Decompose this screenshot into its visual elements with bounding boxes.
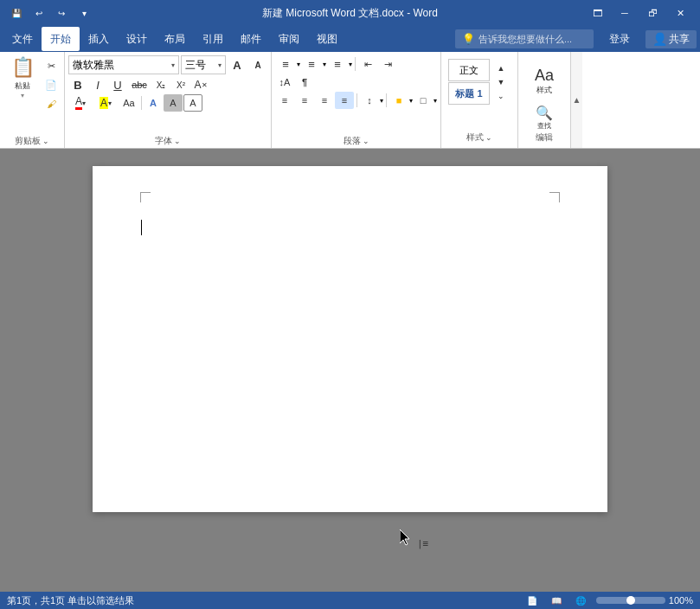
font-color-button[interactable]: A ▾ xyxy=(68,94,93,112)
shading-button[interactable]: ■ xyxy=(389,92,408,109)
minimize-btn[interactable]: ─ xyxy=(612,3,638,22)
font-grow-button[interactable]: A xyxy=(228,56,247,74)
ribbon: 📋 粘贴 ▾ ✂ 📄 🖌 剪贴板 ⌄ 微软雅黑 ▾ 三号 ▾ A A xyxy=(0,52,700,149)
borders-button[interactable]: □ xyxy=(414,92,433,109)
sort-button[interactable]: ↕A xyxy=(275,74,294,91)
clipboard-label-text: 剪贴板 xyxy=(15,135,41,147)
char-border-button[interactable]: A xyxy=(183,94,202,112)
style-normal[interactable]: 正文 xyxy=(448,59,490,81)
font-shrink-button[interactable]: A xyxy=(248,56,267,74)
justify-button[interactable]: ≡ xyxy=(335,92,354,109)
subscript-button[interactable]: X₂ xyxy=(151,76,170,93)
restore-btn[interactable]: 🗗 xyxy=(639,3,665,22)
menu-design[interactable]: 设计 xyxy=(118,27,156,51)
signin-btn[interactable]: 登录 xyxy=(600,27,639,51)
clipboard-sub-buttons: ✂ 📄 🖌 xyxy=(42,55,61,112)
styles-down-button[interactable]: ▼ xyxy=(491,76,511,88)
paragraph-section-label: 段落 ⌄ xyxy=(272,133,440,148)
menu-home[interactable]: 开始 xyxy=(42,27,80,51)
find-icon: 🔍 xyxy=(536,105,553,121)
font-color-row: A ▾ A ▾ Aa A A A xyxy=(68,94,267,112)
editing-buttons: 🔍 查找 xyxy=(532,106,556,130)
align-center-button[interactable]: ≡ xyxy=(295,92,314,109)
strikethrough-button[interactable]: abc xyxy=(128,76,151,93)
text-effect-button[interactable]: A xyxy=(144,94,163,112)
paste-icon: 📋 xyxy=(11,56,35,79)
menu-references[interactable]: 引用 xyxy=(194,27,232,51)
case-change-button[interactable]: Aa xyxy=(119,94,139,112)
save-quick-btn[interactable]: 💾 xyxy=(7,3,26,22)
cut-button[interactable]: ✂ xyxy=(42,57,61,74)
align-left-button[interactable]: ≡ xyxy=(275,92,294,109)
font-name-dropdown[interactable]: 微软雅黑 ▾ xyxy=(68,55,179,74)
web-view-btn[interactable]: 🌐 xyxy=(572,595,589,606)
share-btn[interactable]: 👤 共享 xyxy=(645,30,697,48)
styles-expand-icon[interactable]: ⌄ xyxy=(485,133,492,142)
borders-arrow[interactable]: ▾ xyxy=(433,97,437,105)
zoom-level: 100% xyxy=(669,595,693,606)
menu-file[interactable]: 文件 xyxy=(3,27,42,51)
styles-up-button[interactable]: ▲ xyxy=(491,62,511,74)
increase-indent-button[interactable]: ⇥ xyxy=(378,55,397,73)
search-icon: 💡 xyxy=(462,33,475,45)
font-color-arrow[interactable]: ▾ xyxy=(82,99,86,107)
bullets-button[interactable]: ≡ xyxy=(275,55,296,73)
undo-quick-btn[interactable]: ↩ xyxy=(29,3,48,22)
align-right-button[interactable]: ≡ xyxy=(315,92,334,109)
format-painter-button[interactable]: 🖌 xyxy=(42,95,61,112)
paste-button[interactable]: 📋 粘贴 ▾ xyxy=(3,55,42,100)
style-heading1[interactable]: 标题 1 xyxy=(448,82,490,105)
highlight-arrow[interactable]: ▾ xyxy=(108,99,112,107)
separator xyxy=(141,96,142,110)
document-page[interactable]: |≡ xyxy=(93,166,607,512)
menu-mailings[interactable]: 邮件 xyxy=(232,27,270,51)
read-view-btn[interactable]: 📖 xyxy=(548,595,565,606)
line-spacing-arrow[interactable]: ▾ xyxy=(380,97,383,105)
font-size-dropdown[interactable]: 三号 ▾ xyxy=(181,55,226,74)
styles-expand-button[interactable]: ⌄ xyxy=(491,90,511,102)
italic-button[interactable]: I xyxy=(88,76,107,93)
numbering-button[interactable]: ≡ xyxy=(301,55,322,73)
styles-big-btn[interactable]: Aa 样式 xyxy=(525,59,563,104)
zoom-handle[interactable] xyxy=(626,596,635,605)
highlight-color-button[interactable]: A ▾ xyxy=(93,94,118,112)
font-section: 微软雅黑 ▾ 三号 ▾ A A B I U abc X₂ X² A✕ A ▾ xyxy=(65,52,272,148)
page-info: 第1页，共1页 单击以筛选结果 xyxy=(7,594,134,607)
shading-arrow[interactable]: ▾ xyxy=(409,97,413,105)
styles-label-text: 样式 xyxy=(466,131,484,144)
editing-section-label: 编辑 xyxy=(525,130,563,144)
numbering-arrow[interactable]: ▾ xyxy=(323,61,326,68)
menu-insert[interactable]: 插入 xyxy=(80,27,118,51)
bullets-arrow[interactable]: ▾ xyxy=(297,61,300,68)
ribbon-display-btn[interactable]: 🗖 xyxy=(584,3,610,22)
styles-section: 正文 标题 1 ▲ ▼ ⌄ 样式 ⌄ xyxy=(441,52,518,148)
clipboard-expand-icon[interactable]: ⌄ xyxy=(42,137,49,145)
decrease-indent-button[interactable]: ⇤ xyxy=(358,55,377,73)
show-marks-button[interactable]: ¶ xyxy=(295,74,314,91)
paragraph-expand-icon[interactable]: ⌄ xyxy=(363,137,369,145)
font-color-icon: A xyxy=(75,96,82,110)
menu-view[interactable]: 视图 xyxy=(308,27,346,51)
page-corner-top-right xyxy=(549,192,560,202)
font-expand-icon[interactable]: ⌄ xyxy=(174,137,181,145)
multilevel-button[interactable]: ≡ xyxy=(327,55,348,73)
customize-quick-btn[interactable]: ▾ xyxy=(74,3,93,22)
close-btn[interactable]: ✕ xyxy=(667,3,693,22)
char-shading-button[interactable]: A xyxy=(164,94,183,112)
underline-button[interactable]: U xyxy=(108,76,127,93)
menu-layout[interactable]: 布局 xyxy=(156,27,194,51)
bold-button[interactable]: B xyxy=(68,76,87,93)
search-box[interactable]: 💡 告诉我您想要做什么... xyxy=(455,29,594,48)
copy-button[interactable]: 📄 xyxy=(42,76,61,93)
clear-format-button[interactable]: A✕ xyxy=(191,76,210,93)
line-spacing-button[interactable]: ↕ xyxy=(360,92,379,109)
multilevel-arrow[interactable]: ▾ xyxy=(349,61,352,68)
zoom-slider[interactable] xyxy=(596,597,665,604)
redo-quick-btn[interactable]: ↪ xyxy=(52,3,71,22)
paste-dropdown-arrow[interactable]: ▾ xyxy=(21,92,24,99)
ribbon-scroll-button[interactable]: ▲ xyxy=(570,52,582,148)
find-button[interactable]: 🔍 查找 xyxy=(532,106,556,130)
superscript-button[interactable]: X² xyxy=(171,76,190,93)
print-view-btn[interactable]: 📄 xyxy=(523,595,541,606)
menu-review[interactable]: 审阅 xyxy=(270,27,308,51)
